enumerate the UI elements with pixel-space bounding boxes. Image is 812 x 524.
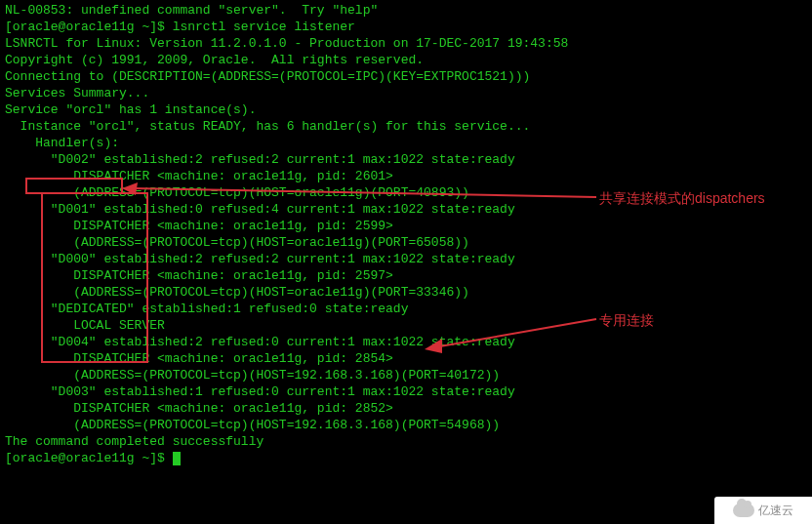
terminal-line: Connecting to (DESCRIPTION=(ADDRESS=(PRO… xyxy=(5,68,807,85)
annotation-dedicated: 专用连接 xyxy=(599,312,654,329)
terminal-line: Service "orcl" has 1 instance(s). xyxy=(5,101,807,118)
terminal-line: DISPATCHER <machine: oracle11g, pid: 260… xyxy=(5,168,807,184)
terminal-line: "D004" established:2 refused:0 current:1… xyxy=(5,334,807,350)
terminal-line: Copyright (c) 1991, 2009, Oracle. All ri… xyxy=(5,52,807,68)
cursor xyxy=(173,452,181,465)
terminal-line: "D000" established:2 refused:2 current:1… xyxy=(5,251,807,267)
terminal-line: Services Summary... xyxy=(5,85,807,101)
cloud-icon xyxy=(733,504,754,517)
terminal-line: DISPATCHER <machine: oracle11g, pid: 285… xyxy=(5,400,807,417)
terminal-line: "D002" established:2 refused:2 current:1… xyxy=(5,151,807,168)
terminal-line: [oracle@oracle11g ~]$ xyxy=(5,450,807,466)
terminal-line: "DEDICATED" established:1 refused:0 stat… xyxy=(5,301,807,317)
terminal-line: "D003" established:1 refused:0 current:1… xyxy=(5,383,807,400)
terminal-line: The command completed successfully xyxy=(5,433,807,450)
terminal-output: NL-00853: undefined command "server". Tr… xyxy=(5,2,807,466)
terminal-line: LOCAL SERVER xyxy=(5,317,807,334)
terminal-line: LSNRCTL for Linux: Version 11.2.0.1.0 - … xyxy=(5,35,807,52)
watermark-text: 亿速云 xyxy=(758,503,793,519)
annotation-shared: 共享连接模式的dispatchers xyxy=(599,190,765,207)
terminal-line: (ADDRESS=(PROTOCOL=tcp)(HOST=oracle11g)(… xyxy=(5,284,807,301)
terminal-line: Instance "orcl", status READY, has 6 han… xyxy=(5,118,807,135)
terminal-line: (ADDRESS=(PROTOCOL=tcp)(HOST=192.168.3.1… xyxy=(5,417,807,433)
terminal-line: DISPATCHER <machine: oracle11g, pid: 285… xyxy=(5,350,807,367)
terminal-line: Handler(s): xyxy=(5,135,807,151)
terminal-line: (ADDRESS=(PROTOCOL=tcp)(HOST=oracle11g)(… xyxy=(5,234,807,251)
terminal-line: NL-00853: undefined command "server". Tr… xyxy=(5,2,807,19)
terminal-line: DISPATCHER <machine: oracle11g, pid: 259… xyxy=(5,267,807,284)
terminal-line: (ADDRESS=(PROTOCOL=tcp)(HOST=192.168.3.1… xyxy=(5,367,807,383)
terminal-line: DISPATCHER <machine: oracle11g, pid: 259… xyxy=(5,218,807,234)
terminal-line: [oracle@oracle11g ~]$ lsnrctl service li… xyxy=(5,19,807,35)
watermark: 亿速云 xyxy=(714,497,812,524)
